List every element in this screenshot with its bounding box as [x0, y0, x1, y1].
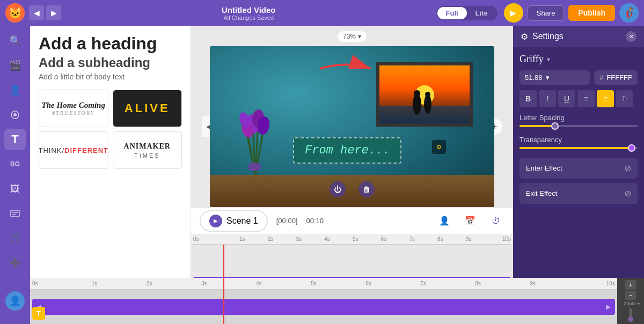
back-button[interactable]: ◀: [29, 5, 44, 20]
app-logo[interactable]: 🐱: [5, 3, 25, 23]
sidebar-item-search[interactable]: 🔍: [4, 30, 26, 51]
exit-effect-row[interactable]: Exit Effect ⊘: [519, 183, 638, 204]
canvas-container: ◀ +: [210, 46, 494, 207]
template-animaker[interactable]: ANIMAKER TIMES: [113, 131, 182, 169]
sidebar-item-audio[interactable]: 🎵: [4, 227, 26, 249]
formatting-row: B I U ≡ ≡ Tr: [519, 90, 638, 107]
transparency-label: Transparency: [519, 136, 638, 144]
exit-effect-label: Exit Effect: [526, 189, 557, 197]
transparency-section: Transparency: [519, 136, 638, 149]
scene-play-icon: ▶: [209, 215, 222, 227]
scene-button[interactable]: ▶ Scene 1: [200, 210, 268, 232]
canvas-float-toolbar: ⚙: [432, 140, 446, 154]
sidebar-item-scenes[interactable]: 🎬: [4, 55, 26, 76]
canvas-power-btn[interactable]: ⏻: [330, 181, 346, 197]
canvas-settings-btn[interactable]: ⚙: [432, 140, 446, 154]
italic-button[interactable]: I: [539, 90, 556, 107]
preview-play-button[interactable]: ▶: [504, 3, 523, 23]
underline-button[interactable]: U: [558, 90, 575, 107]
settings-close-button[interactable]: ✕: [626, 31, 636, 42]
main-video-track[interactable]: ◀ ▶: [32, 299, 615, 315]
font-selector[interactable]: Griffy ▾: [519, 54, 550, 65]
view-toggle: Full Lite: [436, 6, 497, 20]
clock-icon[interactable]: ⏱: [487, 212, 504, 230]
transparency-fill: [519, 147, 632, 149]
template-homecoming[interactable]: The Home Coming #TRUESTORY: [39, 90, 108, 127]
bottom-avatar[interactable]: 👤: [5, 291, 25, 311]
settings-title: Settings: [532, 32, 564, 41]
ruler-mark-5: 5s: [341, 236, 370, 242]
ruler-mark-0: 0s: [193, 236, 228, 242]
share-button[interactable]: Share: [528, 5, 565, 21]
template-think[interactable]: THINK/DIFFERENT: [39, 131, 108, 169]
zoom-indicator[interactable]: 73% ▾: [338, 31, 367, 42]
enter-effect-label: Enter Effect: [526, 164, 562, 172]
bottom-sidebar: 👤: [0, 278, 30, 324]
canvas-background: From here... ⚙ ⏻ 🗑: [210, 46, 494, 207]
bottom-ruler: 0s 1s 2s 3s 4s 5s 6s 7s 8s 9s 10s: [30, 278, 617, 290]
publish-button[interactable]: Publish: [568, 5, 615, 21]
letter-spacing-thumb[interactable]: [551, 122, 559, 130]
size-chevron-icon: ▾: [546, 73, 550, 82]
bottom-track-area: 0s 1s 2s 3s 4s 5s 6s 7s 8s 9s 10s ◀ ▶ T: [30, 278, 617, 324]
sidebar-item-media[interactable]: 🖼: [4, 178, 26, 200]
zoom-out-button[interactable]: -: [625, 291, 636, 300]
text-track-icon[interactable]: T: [32, 307, 45, 320]
letter-spacing-section: Letter Spacing: [519, 114, 638, 127]
sidebar-item-characters[interactable]: 👤: [4, 79, 26, 101]
svg-rect-2: [11, 210, 19, 217]
forward-button[interactable]: ▶: [46, 5, 61, 20]
svg-point-23: [424, 94, 431, 114]
photo-frame: [376, 62, 473, 127]
time-duration: 00:10: [306, 217, 324, 225]
transparency-thumb[interactable]: [628, 144, 635, 152]
user-avatar[interactable]: 🦸: [619, 3, 639, 23]
scene-controls: ▶ Scene 1 [00:00] 00:10 👤 📅 ⏱: [191, 207, 513, 234]
template-alive[interactable]: ALIVE: [113, 90, 182, 127]
character-timeline-icon[interactable]: 👤: [436, 212, 453, 230]
topbar: 🐱 ◀ ▶ Untitled Video All Changes Saved F…: [0, 0, 644, 26]
color-picker[interactable]: # FFFFFF: [594, 70, 638, 85]
ruler-mark-3: 3s: [284, 236, 313, 242]
photo-inner: [379, 65, 470, 123]
exit-effect-icon: ⊘: [624, 188, 631, 198]
sidebar-item-bg[interactable]: BG: [4, 153, 26, 175]
zoom-slider[interactable]: [630, 308, 632, 322]
canvas-text-box[interactable]: From here...: [293, 137, 401, 164]
save-status: All Changes Saved: [223, 14, 274, 21]
settings-header: ⚙ Settings ✕: [513, 26, 644, 47]
svg-point-1: [13, 113, 17, 116]
font-size-selector[interactable]: 51.88 ▾: [519, 70, 590, 85]
canvas-text-content: From here...: [305, 144, 390, 157]
lite-toggle[interactable]: Lite: [467, 7, 496, 19]
sidebar-item-text[interactable]: T: [4, 129, 26, 150]
canvas-bottom-controls: ⏻ 🗑: [330, 181, 375, 197]
zoom-slider-thumb[interactable]: [628, 316, 633, 322]
color-hex-value: FFFFFF: [606, 73, 632, 82]
canvas-delete-btn[interactable]: 🗑: [358, 181, 375, 197]
align-center-button[interactable]: ≡: [597, 90, 614, 107]
bold-button[interactable]: B: [519, 90, 537, 107]
full-toggle[interactable]: Full: [437, 7, 467, 19]
ruler-mark-1: 1s: [228, 236, 257, 242]
calendar-icon[interactable]: 📅: [462, 212, 479, 230]
settings-title-row: ⚙ Settings: [521, 32, 564, 42]
track-right-handle[interactable]: ▶: [606, 303, 611, 311]
bottom-track-row: ◀ ▶: [30, 290, 617, 324]
enter-effect-row[interactable]: Enter Effect ⊘: [519, 158, 638, 179]
transparency-slider[interactable]: [519, 147, 638, 149]
timeline-ruler: 0s 1s 2s 3s 4s 5s 6s 7s 8s 9s 10s: [191, 234, 513, 245]
letter-spacing-slider[interactable]: [519, 125, 638, 127]
ruler-mark-2: 2s: [257, 236, 285, 242]
sidebar-item-props[interactable]: [4, 104, 26, 126]
svg-point-17: [248, 163, 261, 171]
sidebar-item-add[interactable]: ➕: [4, 252, 26, 274]
font-name: Griffy: [519, 54, 544, 65]
text-transform-button[interactable]: Tr: [616, 90, 633, 107]
enter-effect-icon: ⊘: [624, 163, 631, 173]
sidebar-item-subtitles[interactable]: [4, 203, 26, 224]
ruler-mark-10: 10s: [482, 236, 511, 242]
align-left-button[interactable]: ≡: [577, 90, 595, 107]
zoom-in-button[interactable]: +: [625, 280, 636, 290]
zoom-controls: + - · Zoom +: [617, 278, 644, 324]
